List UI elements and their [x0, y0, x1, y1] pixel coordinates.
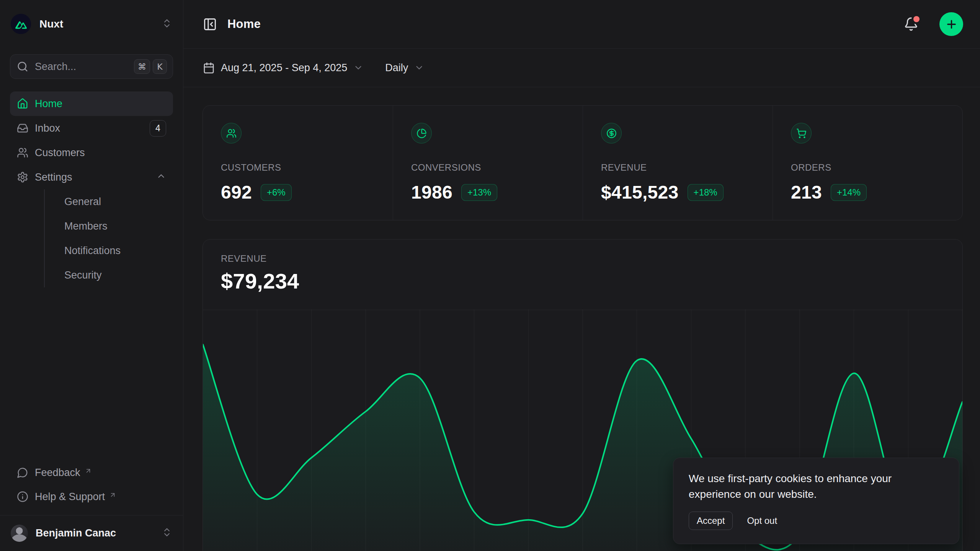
stat-card-customers[interactable]: CUSTOMERS 692 +6%: [203, 106, 393, 220]
notifications-button[interactable]: [904, 17, 918, 31]
calendar-icon: [203, 62, 215, 74]
shopping-cart-icon: [791, 123, 812, 143]
stats-card: CUSTOMERS 692 +6% CONVERSIONS 1986 +13% …: [203, 105, 963, 220]
kbd-cmd: ⌘: [134, 59, 150, 74]
notification-dot: [913, 16, 920, 22]
stat-label: ORDERS: [791, 162, 944, 173]
sidebar-subitem-security[interactable]: Security: [64, 263, 173, 287]
granularity-label: Daily: [385, 62, 408, 74]
sidebar-link-feedback[interactable]: Feedback: [10, 462, 173, 483]
stat-delta-badge: +14%: [831, 184, 867, 201]
stat-card-conversions[interactable]: CONVERSIONS 1986 +13%: [393, 106, 583, 220]
sidebar-subitem-members[interactable]: Members: [64, 214, 173, 238]
home-icon: [17, 98, 28, 109]
date-range-picker[interactable]: Aug 21, 2025 - Sep 4, 2025: [203, 62, 363, 74]
user-menu[interactable]: Benjamin Canac: [10, 522, 173, 544]
stat-value: 1986: [411, 182, 452, 203]
chart-total: $79,234: [221, 269, 944, 293]
inbox-icon: [17, 122, 28, 134]
stat-delta-badge: +18%: [688, 184, 724, 201]
sidebar-item-home[interactable]: Home: [10, 91, 173, 116]
chevrons-up-down-icon: [162, 527, 172, 539]
stat-value: 692: [221, 182, 252, 203]
chevrons-up-down-icon: [162, 18, 172, 30]
sidebar-subitem-notifications[interactable]: Notifications: [64, 238, 173, 263]
sidebar-item-settings[interactable]: Settings: [10, 165, 173, 189]
pie-chart-icon: [411, 123, 432, 143]
date-range-label: Aug 21, 2025 - Sep 4, 2025: [221, 62, 347, 74]
sidebar-subitem-general[interactable]: General: [64, 189, 173, 214]
chevron-down-icon: [414, 63, 424, 73]
panel-left-icon[interactable]: [203, 17, 217, 31]
sidebar-link-label: Help & Support: [35, 491, 105, 503]
stat-delta-badge: +6%: [261, 184, 292, 201]
sidebar-item-label: Customers: [35, 147, 85, 159]
accept-cookies-button[interactable]: Accept: [689, 512, 733, 530]
kbd-k: K: [153, 59, 167, 74]
sidebar-link-label: Feedback: [35, 467, 80, 479]
search-icon: [17, 61, 28, 72]
message-circle-icon: [17, 467, 28, 478]
sidebar-item-label: Settings: [35, 171, 72, 183]
sidebar-nav: Home Inbox4 Customers SettingsGeneralMem…: [10, 91, 173, 462]
team-switcher[interactable]: Nuxt: [10, 14, 173, 34]
arrow-up-right-icon: [109, 489, 116, 501]
arrow-up-right-icon: [85, 465, 92, 477]
stat-value: $415,523: [601, 182, 679, 203]
stat-label: CUSTOMERS: [221, 162, 375, 173]
sidebar-item-label: Home: [35, 98, 62, 110]
stat-card-orders[interactable]: ORDERS 213 +14%: [773, 106, 962, 220]
settings-icon: [17, 171, 28, 183]
page-header: Home: [183, 0, 980, 49]
cookie-banner: We use first-party cookies to enhance yo…: [673, 458, 959, 544]
granularity-select[interactable]: Daily: [385, 62, 424, 74]
info-icon: [17, 491, 28, 502]
user-name: Benjamin Canac: [36, 527, 154, 539]
chevron-down-icon: [353, 63, 363, 73]
search-placeholder: Search...: [35, 61, 127, 73]
cookie-message: We use first-party cookies to enhance yo…: [689, 471, 944, 502]
toolbar: Aug 21, 2025 - Sep 4, 2025 Daily: [183, 49, 980, 87]
search-input[interactable]: Search... ⌘ K: [10, 54, 173, 79]
sidebar-link-help-support[interactable]: Help & Support: [10, 486, 173, 507]
users-icon: [17, 147, 28, 158]
stat-card-revenue[interactable]: REVENUE $415,523 +18%: [583, 106, 773, 220]
stat-label: REVENUE: [601, 162, 755, 173]
sidebar-item-inbox[interactable]: Inbox4: [10, 116, 173, 140]
sidebar: Nuxt Search... ⌘ K Home Inbox4 Customers…: [0, 0, 183, 551]
search-shortcut: ⌘ K: [134, 59, 167, 74]
stat-value: 213: [791, 182, 822, 203]
sidebar-item-customers[interactable]: Customers: [10, 140, 173, 165]
page-title: Home: [227, 17, 261, 31]
add-button[interactable]: [939, 12, 963, 36]
user-avatar: [11, 525, 28, 542]
brand-name: Nuxt: [39, 18, 153, 30]
sidebar-subtree: GeneralMembersNotificationsSecurity: [44, 189, 173, 287]
stat-delta-badge: +13%: [461, 184, 497, 201]
chart-title: REVENUE: [221, 253, 944, 264]
nuxt-logo-icon: [11, 14, 31, 34]
users-icon: [221, 123, 242, 143]
dollar-circle-icon: [601, 123, 622, 143]
inbox-count-badge: 4: [150, 120, 166, 137]
user-section: Benjamin Canac: [0, 515, 183, 551]
stat-label: CONVERSIONS: [411, 162, 565, 173]
chart-header: REVENUE $79,234: [203, 240, 962, 293]
sidebar-footer: Feedback Help & Support Benjamin Canac: [10, 462, 173, 551]
chevron-up-icon: [156, 171, 166, 184]
plus-icon: [945, 18, 958, 31]
sidebar-item-label: Inbox: [35, 122, 60, 134]
optout-cookies-button[interactable]: Opt out: [747, 515, 777, 526]
